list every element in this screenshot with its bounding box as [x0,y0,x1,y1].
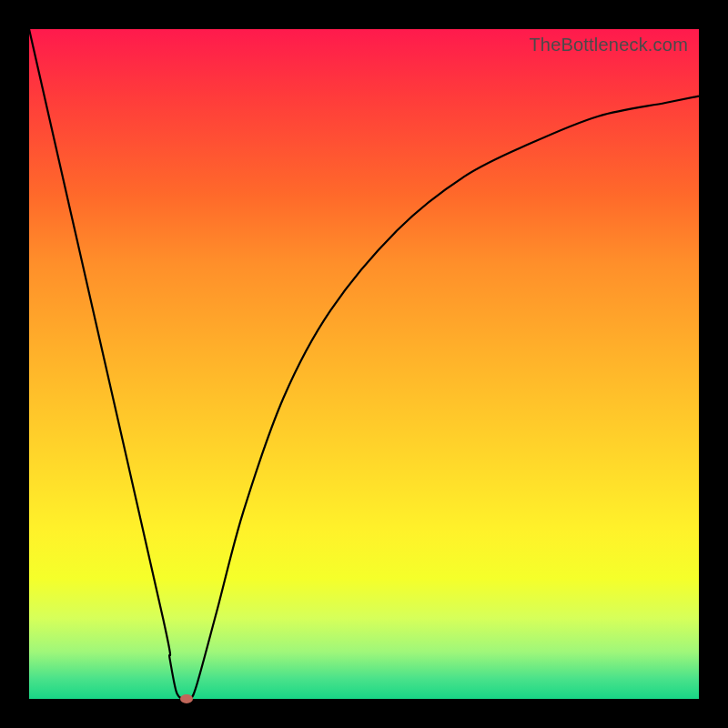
plot-area: TheBottleneck.com [29,29,699,699]
curve-path [29,29,699,700]
chart-frame: TheBottleneck.com [0,0,728,728]
bottleneck-curve [29,29,699,699]
optimal-point-marker [180,694,193,703]
